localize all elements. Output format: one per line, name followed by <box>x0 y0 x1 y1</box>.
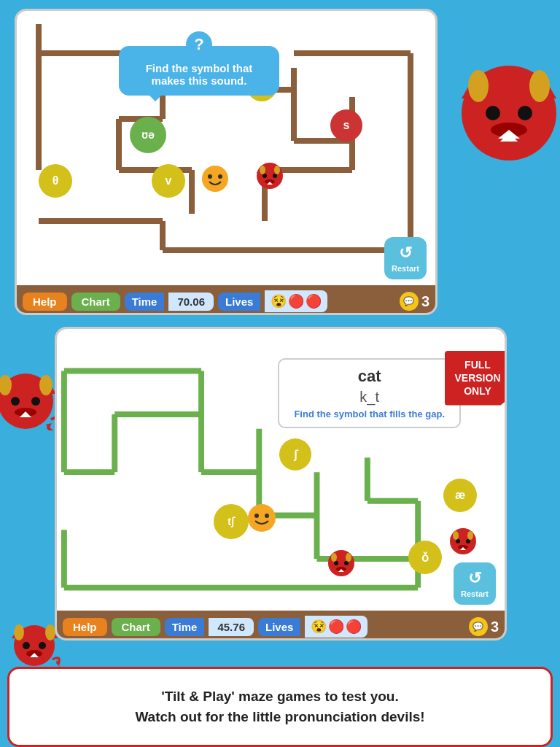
smiley-orange <box>201 164 230 193</box>
life-icon-b1: 😵 <box>311 619 327 635</box>
symbol-sh[interactable]: ʃ <box>279 438 311 471</box>
life-icon-b2: 🔴 <box>328 619 344 635</box>
lives-label-top: Lives <box>218 293 260 311</box>
symbol-v[interactable]: v <box>152 164 185 198</box>
top-game-panel: ? ▶ ? ▶ 🏠 ? Find the symbol that makes t… <box>15 9 438 315</box>
symbol-tsh[interactable]: tʃ <box>214 504 249 539</box>
svg-point-92 <box>265 514 269 518</box>
symbol-theta[interactable]: θ <box>39 164 72 198</box>
svg-point-91 <box>254 514 259 518</box>
life-icon-1: 😵 <box>271 293 287 309</box>
svg-point-101 <box>346 553 351 562</box>
life-icon-2: 🔴 <box>288 293 304 309</box>
coin-bubble-top: 💬 <box>400 292 419 311</box>
svg-point-45 <box>486 106 500 120</box>
svg-point-109 <box>453 531 459 540</box>
lives-icons-bottom: 😵 🔴 🔴 <box>305 616 368 638</box>
svg-point-39 <box>202 166 228 192</box>
restart-label-bottom: Restart <box>461 589 489 598</box>
chart-btn-top[interactable]: Chart <box>71 293 120 311</box>
svg-point-34 <box>273 174 277 178</box>
bottom-game-panel: /_aɪkəbl/ /lɑː_/ cat k_t Find the symbol… <box>55 327 507 640</box>
svg-point-37 <box>260 166 265 174</box>
chart-btn-bottom[interactable]: Chart <box>112 618 160 636</box>
speech-bubble-icon: ? <box>186 31 212 58</box>
bottom-text-line2: Watch out for the little pronunciation d… <box>135 709 424 724</box>
symbol-s[interactable]: s <box>330 109 362 142</box>
svg-point-38 <box>274 166 280 174</box>
help-btn-bottom[interactable]: Help <box>63 618 107 636</box>
svg-point-51 <box>529 70 550 102</box>
life-icon-b3: 🔴 <box>346 619 362 635</box>
large-devil-decoration <box>451 44 560 160</box>
lives-label-bottom: Lives <box>258 618 300 636</box>
svg-point-50 <box>468 70 489 102</box>
smiley-bottom <box>246 503 277 533</box>
coin-area-top: 💬 3 <box>400 292 429 311</box>
svg-point-46 <box>518 106 532 120</box>
restart-icon-bottom: ↺ <box>468 569 481 588</box>
svg-point-96 <box>334 561 338 565</box>
bottom-toolbar: Help Chart Time 45.76 Lives 😵 🔴 🔴 💬 3 <box>57 611 505 640</box>
restart-btn-bottom[interactable]: ↺ Restart <box>454 562 496 605</box>
small-devil-left-bottom <box>7 612 62 667</box>
coin-bubble-bottom: 💬 <box>469 617 488 636</box>
speech-bubble-text: Find the symbol that makes this sound. <box>132 62 266 87</box>
svg-point-56 <box>31 397 40 406</box>
small-devil-left-middle <box>0 357 62 430</box>
devil-top-2 <box>254 157 286 189</box>
svg-point-110 <box>467 531 473 540</box>
svg-point-40 <box>208 174 212 179</box>
bottom-maze-svg <box>57 355 505 611</box>
symbol-o[interactable]: ǒ <box>408 541 442 574</box>
symbol-ue[interactable]: ʊə <box>130 117 166 153</box>
svg-point-33 <box>262 174 267 178</box>
speech-bubble-top: ? Find the symbol that makes this sound. <box>119 46 279 96</box>
coin-area-bottom: 💬 3 <box>469 617 499 636</box>
time-value-top: 70.06 <box>168 293 214 311</box>
svg-point-66 <box>39 642 46 649</box>
symbol-ae[interactable]: æ <box>443 479 477 512</box>
svg-point-60 <box>39 375 52 395</box>
svg-point-105 <box>456 539 460 543</box>
help-btn-top[interactable]: Help <box>23 293 67 311</box>
time-value-bottom: 45.76 <box>209 618 254 636</box>
top-toolbar: Help Chart Time 70.06 Lives 😵 🔴 🔴 💬 3 <box>17 285 435 315</box>
svg-point-106 <box>466 539 470 543</box>
time-label-bottom: Time <box>165 618 205 636</box>
coin-count-bottom: 3 <box>491 619 499 635</box>
svg-point-65 <box>23 642 30 649</box>
svg-point-90 <box>248 504 276 532</box>
svg-point-97 <box>344 561 349 565</box>
devil-bottom-1 <box>325 544 357 576</box>
bottom-text-line1: 'Tilt & Play' maze games to test you. <box>161 689 398 704</box>
restart-icon-top: ↺ <box>399 244 412 263</box>
bottom-text-area: 'Tilt & Play' maze games to test you. Wa… <box>7 667 553 747</box>
restart-btn-top[interactable]: ↺ Restart <box>384 237 427 279</box>
svg-point-100 <box>331 553 337 562</box>
svg-point-55 <box>11 397 20 406</box>
life-icon-3: 🔴 <box>306 293 322 309</box>
coin-count-top: 3 <box>421 293 429 310</box>
restart-label-top: Restart <box>392 264 419 273</box>
svg-point-70 <box>45 624 55 640</box>
lives-icons-top: 😵 🔴 🔴 <box>265 290 327 312</box>
devil-bottom-2 <box>447 522 479 554</box>
top-maze-area: ? Find the symbol that makes this sound. <box>17 11 435 285</box>
svg-point-69 <box>14 624 24 640</box>
svg-point-41 <box>218 174 222 179</box>
bottom-maze-area: cat k_t Find the symbol that fills the g… <box>57 329 505 611</box>
time-label-top: Time <box>125 293 165 311</box>
bottom-text: 'Tilt & Play' maze games to test you. Wa… <box>135 686 424 728</box>
